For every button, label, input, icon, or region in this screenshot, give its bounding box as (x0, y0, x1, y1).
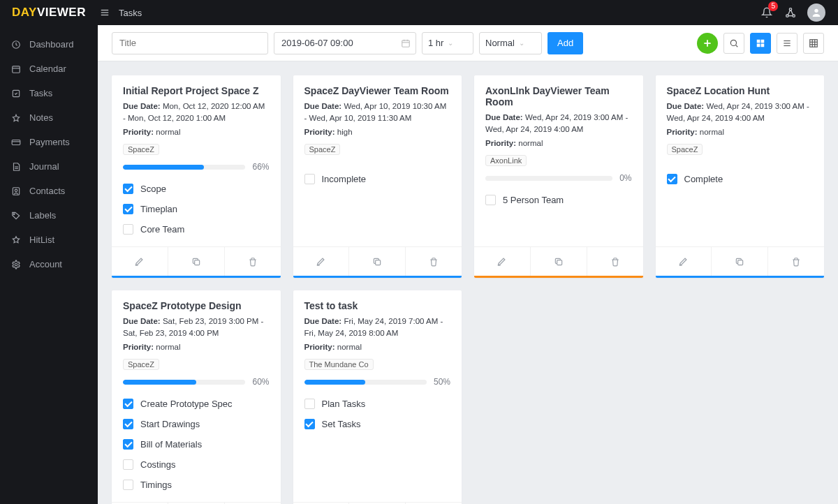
date-input[interactable] (274, 32, 416, 54)
nav-label: Account (29, 259, 62, 269)
subtask-checkbox[interactable] (123, 480, 133, 490)
card-priority: Priority: normal (123, 126, 270, 138)
card-tag[interactable]: SpaceZ (123, 359, 159, 370)
view-grid-button[interactable] (750, 33, 771, 54)
card-actions (474, 246, 643, 276)
subtask-checkbox[interactable] (304, 399, 315, 409)
subtask-label: 5 Person Team (503, 195, 564, 205)
trash-icon[interactable] (767, 247, 824, 276)
priority-select[interactable]: Normal⌄ (479, 32, 542, 54)
breadcrumb: Tasks (98, 6, 142, 20)
svg-rect-11 (13, 66, 20, 72)
title-input[interactable] (112, 32, 268, 54)
sidebar-item-hitlist[interactable]: HitList (0, 228, 98, 252)
card-priority: Priority: normal (485, 138, 632, 149)
copy-icon[interactable] (711, 247, 767, 276)
add-button[interactable]: Add (547, 32, 583, 54)
edit-icon[interactable] (293, 247, 349, 276)
card-tag[interactable]: SpaceZ (304, 144, 341, 155)
subtask-row: Timings (123, 475, 270, 495)
subtask-checkbox[interactable] (304, 419, 315, 429)
card-actions (112, 246, 281, 276)
nav-icon (11, 235, 21, 245)
subtask-checkbox[interactable] (485, 195, 496, 205)
new-fab[interactable] (697, 33, 718, 54)
nav-label: HitList (29, 235, 54, 245)
svg-point-4 (793, 15, 795, 17)
menu-icon[interactable] (98, 6, 112, 20)
sidebar-item-dashboard[interactable]: Dashboard (0, 32, 98, 57)
avatar[interactable] (807, 3, 825, 22)
share-icon[interactable] (784, 6, 797, 20)
priority-value: Normal (485, 38, 515, 48)
duration-select[interactable]: 1 hr⌄ (422, 32, 473, 54)
sidebar-item-account[interactable]: Account (0, 252, 98, 276)
progress-percent: 60% (252, 377, 269, 387)
subtask-checkbox[interactable] (123, 204, 133, 214)
copy-icon[interactable] (168, 247, 224, 276)
subtask-checkbox[interactable] (123, 459, 133, 470)
view-list-button[interactable] (777, 33, 797, 54)
view-table-button[interactable] (803, 33, 824, 54)
edit-icon[interactable] (656, 247, 712, 276)
card-tag[interactable]: AxonLink (485, 155, 527, 166)
subtask-row: Costings (123, 454, 270, 475)
svg-point-19 (15, 189, 17, 192)
bell-icon[interactable]: 5 (760, 6, 774, 20)
sidebar-item-notes[interactable]: Notes (0, 105, 98, 130)
svg-rect-14 (12, 140, 20, 144)
svg-rect-33 (761, 43, 765, 47)
search-button[interactable] (723, 33, 744, 54)
sidebar-item-tasks[interactable]: Tasks (0, 81, 98, 105)
subtask-checkbox[interactable] (304, 174, 315, 184)
nav-label: Labels (29, 210, 56, 221)
subtask-row: Core Team (123, 219, 270, 239)
trash-icon[interactable] (405, 247, 462, 276)
subtask-label: Costings (140, 459, 176, 470)
sidebar-item-journal[interactable]: Journal (0, 154, 98, 179)
progress-percent: 0% (619, 173, 631, 183)
svg-rect-31 (761, 39, 765, 43)
card-title: Initial Report Project Space Z (123, 85, 270, 96)
sidebar-item-contacts[interactable]: Contacts (0, 179, 98, 203)
subtask-row: Plan Tasks (304, 394, 451, 414)
svg-rect-45 (376, 260, 381, 265)
copy-icon[interactable] (530, 247, 587, 276)
subtask-label: Scope (140, 184, 166, 194)
subtask-label: Create Prototype Spec (140, 399, 233, 409)
svg-rect-49 (738, 260, 743, 265)
trash-icon[interactable] (224, 247, 281, 276)
sidebar-item-calendar[interactable]: Calendar (0, 57, 98, 81)
card-priority: Priority: normal (667, 126, 814, 138)
svg-rect-30 (757, 39, 760, 43)
duration-value: 1 hr (428, 38, 443, 48)
subtask-checkbox[interactable] (123, 184, 133, 194)
subtask-checkbox[interactable] (123, 439, 133, 450)
card-priority: Priority: high (304, 126, 451, 138)
subtask-label: Complete (684, 174, 723, 184)
progress-bar (123, 380, 245, 385)
svg-rect-37 (810, 39, 818, 47)
trash-icon[interactable] (587, 247, 643, 276)
card-tag[interactable]: SpaceZ (123, 144, 159, 155)
subtask-row: Timeplan (123, 199, 270, 219)
subtask-checkbox[interactable] (123, 224, 133, 235)
progress-percent: 50% (434, 377, 450, 387)
subtask-label: Timings (140, 480, 172, 490)
subtask-checkbox[interactable] (123, 419, 133, 429)
sidebar-item-payments[interactable]: Payments (0, 130, 98, 154)
card-tag[interactable]: SpaceZ (667, 144, 703, 155)
edit-icon[interactable] (112, 247, 168, 276)
main: 1 hr⌄ Normal⌄ Add Initial Report Project… (98, 25, 838, 504)
nav-label: Tasks (29, 88, 52, 98)
card-due: Due Date: Wed, Apr 10, 2019 10:30 AM - W… (304, 101, 451, 124)
sidebar-item-labels[interactable]: Labels (0, 203, 98, 228)
svg-point-28 (730, 40, 736, 45)
card-priority: Priority: normal (123, 341, 270, 353)
edit-icon[interactable] (474, 247, 530, 276)
card-tag[interactable]: The Mundane Co (304, 359, 374, 370)
copy-icon[interactable] (348, 247, 405, 276)
subtask-checkbox[interactable] (667, 174, 677, 184)
app-logo[interactable]: DAYVIEWER (0, 6, 98, 20)
subtask-checkbox[interactable] (123, 399, 133, 409)
